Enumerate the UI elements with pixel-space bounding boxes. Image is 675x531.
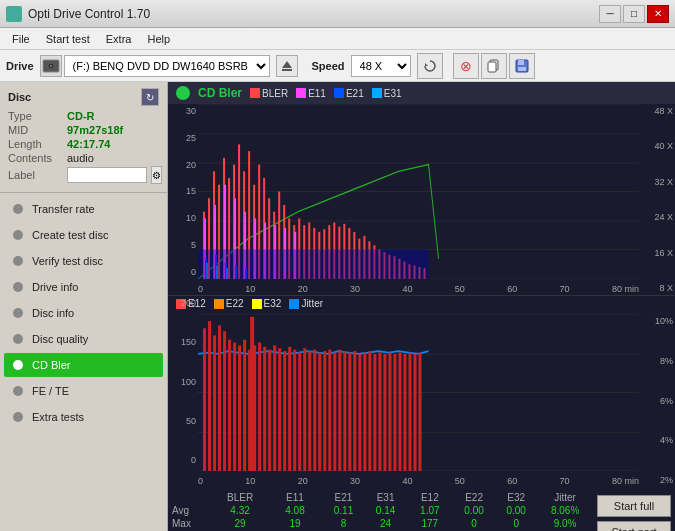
disc-label-settings-button[interactable]: ⚙ bbox=[151, 166, 162, 184]
svg-rect-119 bbox=[363, 353, 366, 471]
drive-select[interactable]: (F:) BENQ DVD DD DW1640 BSRB bbox=[64, 55, 270, 77]
action-buttons: Start full Start part bbox=[593, 491, 675, 531]
menu-file[interactable]: File bbox=[4, 31, 38, 47]
stats-avg-e21: 0.11 bbox=[322, 504, 364, 517]
svg-rect-90 bbox=[218, 325, 221, 471]
legend-e21: E21 bbox=[334, 88, 364, 99]
legend-e22-label: E22 bbox=[226, 298, 244, 309]
stats-avg-row: Avg 4.32 4.08 0.11 0.14 1.07 0.00 0.00 8… bbox=[168, 504, 593, 517]
svg-rect-123 bbox=[383, 354, 386, 471]
reset-button[interactable]: ⊗ bbox=[453, 53, 479, 79]
svg-rect-98 bbox=[258, 343, 261, 471]
sidebar-item-disc-quality[interactable]: Disc quality bbox=[4, 327, 163, 351]
app-icon bbox=[6, 6, 22, 22]
minimize-button[interactable]: ─ bbox=[599, 5, 621, 23]
stats-max-row: Max 29 19 8 24 177 0 0 9.0% bbox=[168, 517, 593, 530]
stats-header-e22: E22 bbox=[453, 491, 495, 504]
disc-panel-title: Disc bbox=[8, 91, 31, 103]
svg-rect-81 bbox=[198, 249, 429, 279]
refresh-drive-button[interactable] bbox=[417, 53, 443, 79]
chart-top-y-left: 30 25 20 15 10 5 0 bbox=[168, 104, 198, 279]
speed-label: Speed bbox=[312, 60, 345, 72]
sidebar-label-cd-bler: CD Bler bbox=[32, 359, 71, 371]
sidebar-item-extra-tests[interactable]: Extra tests bbox=[4, 405, 163, 429]
disc-info-icon bbox=[10, 305, 26, 321]
stats-header-e31: E31 bbox=[365, 491, 407, 504]
legend-e31-label: E31 bbox=[384, 88, 402, 99]
chart-top-legend: BLER E11 E21 E31 bbox=[250, 88, 402, 99]
disc-mid-row: MID 97m27s18f bbox=[8, 124, 159, 136]
legend-bler-label: BLER bbox=[262, 88, 288, 99]
disc-contents-value: audio bbox=[67, 152, 94, 164]
svg-rect-115 bbox=[343, 351, 346, 471]
disc-length-value: 42:17.74 bbox=[67, 138, 110, 150]
menu-extra[interactable]: Extra bbox=[98, 31, 140, 47]
svg-rect-112 bbox=[328, 350, 331, 471]
stats-max-e31: 24 bbox=[365, 517, 407, 530]
disc-type-row: Type CD-R bbox=[8, 110, 159, 122]
sidebar-item-create-test-disc[interactable]: Create test disc bbox=[4, 223, 163, 247]
sidebar-item-drive-info[interactable]: Drive info bbox=[4, 275, 163, 299]
svg-marker-3 bbox=[282, 61, 292, 68]
svg-rect-116 bbox=[348, 353, 351, 471]
maximize-button[interactable]: □ bbox=[623, 5, 645, 23]
copy-button[interactable] bbox=[481, 53, 507, 79]
sidebar-item-disc-info[interactable]: Disc info bbox=[4, 301, 163, 325]
stats-max-jitter: 9.0% bbox=[537, 517, 593, 530]
svg-rect-10 bbox=[518, 67, 526, 71]
sidebar-item-transfer-rate[interactable]: Transfer rate bbox=[4, 197, 163, 221]
svg-rect-88 bbox=[208, 321, 211, 471]
sidebar-label-extra-tests: Extra tests bbox=[32, 411, 84, 423]
disc-refresh-button[interactable]: ↻ bbox=[141, 88, 159, 106]
save-button[interactable] bbox=[509, 53, 535, 79]
sidebar-item-fe-te[interactable]: FE / TE bbox=[4, 379, 163, 403]
create-test-disc-icon bbox=[10, 227, 26, 243]
disc-label-input[interactable] bbox=[67, 167, 147, 183]
svg-rect-129 bbox=[413, 354, 416, 471]
eject-button[interactable] bbox=[276, 55, 298, 77]
stats-header-bler: BLER bbox=[213, 491, 268, 504]
start-part-button[interactable]: Start part bbox=[597, 521, 671, 531]
legend-jitter: Jitter bbox=[289, 298, 323, 309]
svg-marker-5 bbox=[425, 63, 428, 66]
disc-header: Disc ↻ bbox=[8, 88, 159, 106]
svg-rect-100 bbox=[268, 350, 271, 471]
svg-rect-107 bbox=[303, 348, 306, 471]
svg-rect-125 bbox=[393, 354, 396, 471]
svg-rect-104 bbox=[288, 347, 291, 471]
legend-e22: E22 bbox=[214, 298, 244, 309]
legend-bler: BLER bbox=[250, 88, 288, 99]
chart-bottom-plot bbox=[198, 314, 639, 471]
sidebar-item-verify-test-disc[interactable]: Verify test disc bbox=[4, 249, 163, 273]
svg-rect-94 bbox=[238, 345, 241, 471]
title-bar: Opti Drive Control 1.70 ─ □ ✕ bbox=[0, 0, 675, 28]
svg-rect-122 bbox=[378, 353, 381, 471]
main-layout: Disc ↻ Type CD-R MID 97m27s18f Length 42… bbox=[0, 82, 675, 531]
sidebar-label-disc-info: Disc info bbox=[32, 307, 74, 319]
disc-type-value: CD-R bbox=[67, 110, 95, 122]
sidebar-label-drive-info: Drive info bbox=[32, 281, 78, 293]
charts-split: 30 25 20 15 10 5 0 bbox=[168, 104, 675, 487]
chart-top-y-right: 48 X 40 X 32 X 24 X 16 X 8 X bbox=[639, 104, 675, 295]
start-full-button[interactable]: Start full bbox=[597, 495, 671, 517]
svg-rect-126 bbox=[398, 353, 401, 471]
menu-start-test[interactable]: Start test bbox=[38, 31, 98, 47]
chart-header: CD Bler BLER E11 E21 E31 bbox=[168, 82, 675, 104]
app-title: Opti Drive Control 1.70 bbox=[28, 7, 150, 21]
stats-table: BLER E11 E21 E31 E12 E22 E32 Jitter Avg bbox=[168, 491, 593, 531]
stats-avg-e12: 1.07 bbox=[407, 504, 453, 517]
stats-avg-jitter: 8.06% bbox=[537, 504, 593, 517]
sidebar-item-cd-bler[interactable]: CD Bler bbox=[4, 353, 163, 377]
e21-color-dot bbox=[334, 88, 344, 98]
close-button[interactable]: ✕ bbox=[647, 5, 669, 23]
sidebar: Disc ↻ Type CD-R MID 97m27s18f Length 42… bbox=[0, 82, 168, 531]
stats-header-empty bbox=[168, 491, 213, 504]
svg-rect-95 bbox=[243, 340, 246, 471]
speed-select[interactable]: 48 X bbox=[351, 55, 411, 77]
menu-help[interactable]: Help bbox=[139, 31, 178, 47]
svg-rect-9 bbox=[518, 60, 524, 65]
svg-rect-110 bbox=[318, 353, 321, 471]
sidebar-menu: Transfer rate Create test disc Verify te… bbox=[0, 193, 167, 531]
svg-rect-124 bbox=[388, 353, 391, 471]
sidebar-label-create-test-disc: Create test disc bbox=[32, 229, 108, 241]
